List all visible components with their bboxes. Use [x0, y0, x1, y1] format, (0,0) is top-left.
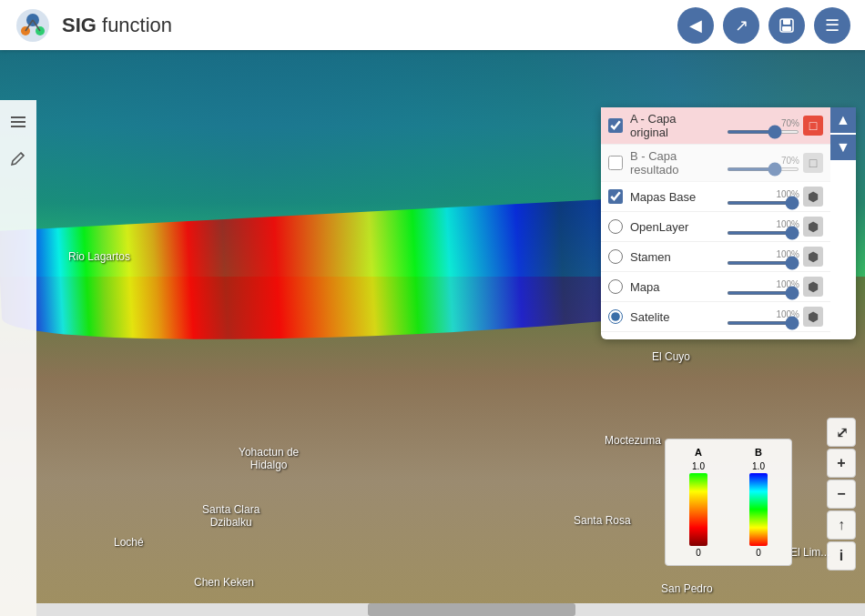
layer-a-checkbox[interactable]: [608, 118, 623, 133]
legend-a-top: 1.0: [692, 461, 705, 471]
openlayer-control-button[interactable]: ⬢: [803, 217, 823, 237]
legend-box: A 1.0 0 B 1.0 0: [665, 439, 792, 566]
app-logo: [15, 7, 51, 44]
panel-scroll-down-button[interactable]: ▼: [830, 135, 856, 160]
stamen-opacity-slider[interactable]: [727, 261, 799, 265]
mapas-base-row: Mapas Base 100% ⬢: [601, 182, 830, 212]
save-button[interactable]: [768, 7, 805, 44]
fullscreen-button[interactable]: ⤢: [827, 418, 856, 447]
stamen-radio[interactable]: [608, 249, 623, 264]
satelite-row: Satelite 100% ⬢: [601, 302, 830, 332]
menu-button[interactable]: ☰: [814, 7, 850, 44]
zoom-out-button[interactable]: −: [827, 480, 856, 509]
mapa-radio[interactable]: [608, 279, 623, 294]
satelite-name: Satelite: [630, 310, 715, 324]
panel-scroll-up-button[interactable]: ▲: [830, 107, 856, 133]
layer-b-name: B - Capa resultado: [630, 149, 715, 177]
layers-tool-button[interactable]: [4, 107, 33, 136]
layer-b-row: B - Capa resultado 70% □: [601, 145, 830, 182]
app-title: SIG function: [62, 14, 172, 37]
layer-a-row: A - Capa original 70% □: [601, 107, 830, 145]
openlayer-opacity-slider[interactable]: [727, 231, 799, 235]
mapas-base-name: Mapas Base: [630, 190, 715, 204]
layer-b-control-button[interactable]: □: [803, 153, 823, 173]
stamen-row: Stamen 100% ⬢: [601, 242, 830, 272]
legend-b-bar: [749, 473, 768, 546]
header-buttons: ◀ ↗ ☰: [677, 7, 850, 44]
openlayer-row: OpenLayer 100% ⬢: [601, 212, 830, 242]
legend-b-bottom: 0: [756, 548, 761, 558]
openlayer-name: OpenLayer: [630, 220, 715, 234]
svg-rect-7: [783, 19, 790, 25]
layer-b-checkbox[interactable]: [608, 156, 623, 170]
legend-row: A 1.0 0 B 1.0 0: [673, 447, 784, 558]
mapa-name: Mapa: [630, 280, 715, 294]
mapas-base-control-button[interactable]: ⬢: [803, 187, 823, 207]
layer-a-control-button[interactable]: □: [803, 116, 823, 136]
satelite-radio[interactable]: [608, 309, 623, 324]
left-toolbar: [0, 100, 36, 616]
satelite-opacity-slider[interactable]: [727, 321, 799, 325]
layer-b-opacity-slider[interactable]: [727, 167, 799, 171]
svg-rect-8: [782, 26, 791, 31]
mapa-row: Mapa 100% ⬢: [601, 272, 830, 302]
openlayer-radio[interactable]: [608, 219, 623, 234]
info-button[interactable]: i: [827, 541, 856, 571]
mapa-control-button[interactable]: ⬢: [803, 277, 823, 297]
stamen-control-button[interactable]: ⬢: [803, 247, 823, 267]
edit-tool-button[interactable]: [4, 144, 33, 173]
legend-b-label: B: [755, 447, 762, 458]
back-button[interactable]: ◀: [677, 7, 714, 44]
layers-panel: ▲ ▼ A - Capa original 70% □ B - Capa res…: [601, 107, 856, 339]
scrollbar-thumb[interactable]: [368, 603, 575, 616]
legend-a-label: A: [695, 447, 702, 458]
map-controls: ⤢ + − ↑ i: [827, 418, 856, 571]
mapas-base-opacity-slider[interactable]: [727, 201, 799, 205]
share-button[interactable]: ↗: [723, 7, 759, 44]
map-container[interactable]: Rio Lagartos Yohactun deHidalgo Santa Cl…: [0, 50, 865, 616]
layer-a-opacity-slider[interactable]: [727, 130, 799, 134]
legend-col-a: A 1.0 0: [673, 447, 724, 558]
layer-a-name: A - Capa original: [630, 112, 715, 139]
stamen-name: Stamen: [630, 250, 715, 264]
mapa-opacity-slider[interactable]: [727, 291, 799, 295]
svg-line-12: [21, 153, 24, 156]
legend-b-top: 1.0: [752, 461, 765, 471]
zoom-in-button[interactable]: +: [827, 449, 856, 478]
legend-a-bar: [689, 473, 707, 546]
compass-button[interactable]: ↑: [827, 510, 856, 540]
bottom-scrollbar[interactable]: [36, 603, 865, 616]
legend-col-b: B 1.0 0: [733, 447, 784, 558]
mapas-base-checkbox[interactable]: [608, 189, 623, 204]
legend-a-bottom: 0: [696, 548, 701, 558]
satelite-control-button[interactable]: ⬢: [803, 307, 823, 327]
header: SIG function ◀ ↗ ☰: [0, 0, 865, 50]
